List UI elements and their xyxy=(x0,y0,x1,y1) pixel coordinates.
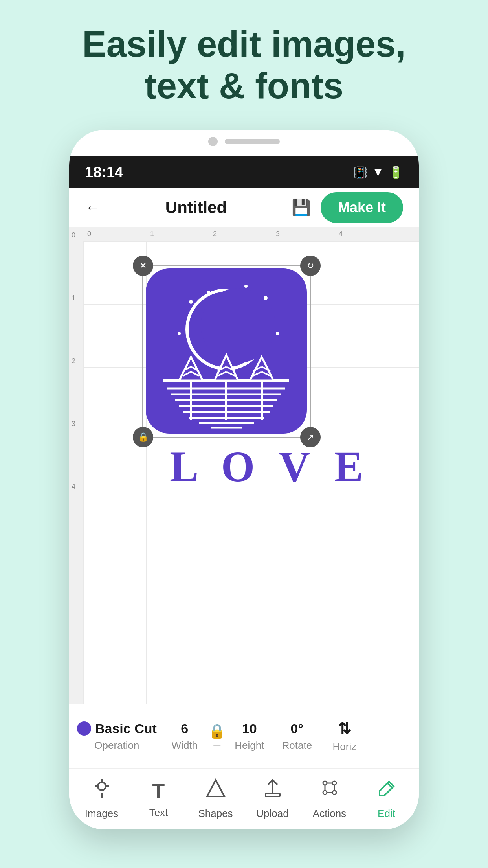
ruler-mark-v1: 1 xyxy=(72,294,75,302)
nav-text[interactable]: T Text xyxy=(137,779,180,819)
svg-point-36 xyxy=(98,782,106,790)
phone-top-bar xyxy=(208,137,280,146)
ruler-horizontal: 0 1 2 3 4 xyxy=(83,227,419,241)
nav-upload[interactable]: Upload xyxy=(251,778,294,820)
svg-point-5 xyxy=(178,332,181,335)
rotate-item: 0° Rotate xyxy=(277,721,317,752)
nav-edit[interactable]: Edit xyxy=(365,778,408,820)
save-icon[interactable]: 💾 xyxy=(292,198,311,217)
svg-marker-41 xyxy=(207,780,224,796)
height-label: Height xyxy=(235,739,264,752)
svg-point-44 xyxy=(332,781,336,785)
horiz-item: ⇅ Horiz xyxy=(325,719,364,753)
width-value: 6 xyxy=(181,721,188,736)
svg-point-43 xyxy=(323,781,327,785)
edit-label: Edit xyxy=(378,807,395,820)
width-label: Width xyxy=(172,739,198,752)
upload-label: Upload xyxy=(256,807,288,820)
svg-point-46 xyxy=(332,791,336,794)
text-icon: T xyxy=(152,779,165,803)
ruler-mark-1: 1 xyxy=(150,230,154,238)
header-line2: text & fonts xyxy=(145,66,343,106)
phone-wrapper: 18:14 📳 ▼ 🔋 ← Untitled 💾 Make It 0 1 2 xyxy=(69,130,419,829)
wifi-icon: ▼ xyxy=(372,166,384,179)
divider-1 xyxy=(161,721,161,752)
phone-outer: 18:14 📳 ▼ 🔋 ← Untitled 💾 Make It 0 1 2 xyxy=(69,130,419,829)
header-text: Easily edit images, text & fonts xyxy=(0,24,488,107)
rotate-label: Rotate xyxy=(282,739,312,752)
actions-icon xyxy=(319,778,340,804)
svg-point-7 xyxy=(207,291,210,294)
ruler-mark-2: 2 xyxy=(213,230,217,238)
ruler-mark-v0: 0 xyxy=(72,231,75,239)
ruler-vertical: 0 1 2 3 4 xyxy=(69,227,83,704)
love-text[interactable]: L O V E xyxy=(170,442,370,492)
operation-value: Basic Cut xyxy=(95,721,157,736)
back-button[interactable]: ← xyxy=(85,199,101,216)
divider-2 xyxy=(273,721,273,752)
height-item: 10 Height xyxy=(230,721,269,752)
svg-point-3 xyxy=(189,300,193,304)
artwork-image[interactable] xyxy=(144,267,309,436)
svg-point-4 xyxy=(264,296,268,300)
ruler-mark-v4: 4 xyxy=(72,483,75,491)
svg-point-45 xyxy=(323,791,327,794)
horiz-label: Horiz xyxy=(332,741,356,753)
shapes-label: Shapes xyxy=(198,807,233,820)
upload-icon xyxy=(262,778,283,804)
status-icons: 📳 ▼ 🔋 xyxy=(353,166,403,179)
images-icon xyxy=(92,778,112,804)
text-label: Text xyxy=(149,807,168,819)
svg-point-8 xyxy=(244,285,248,288)
ruler-mark-v2: 2 xyxy=(72,357,75,365)
rotate-value: 0° xyxy=(291,721,304,736)
ruler-mark-0: 0 xyxy=(87,230,91,238)
operation-item: Basic Cut Operation xyxy=(77,721,157,752)
app-header: ← Untitled 💾 Make It xyxy=(69,188,419,227)
properties-bar: Basic Cut Operation 6 Width 🔒 — 10 Heigh… xyxy=(69,704,419,768)
svg-rect-42 xyxy=(266,793,280,796)
phone-speaker xyxy=(225,139,280,144)
status-bar: 18:14 📳 ▼ 🔋 xyxy=(69,156,419,188)
vibrate-icon: 📳 xyxy=(353,166,367,179)
header-line1: Easily edit images, xyxy=(82,24,405,64)
ruler-mark-3: 3 xyxy=(276,230,280,238)
header-actions: 💾 Make It xyxy=(292,192,403,223)
lock-prop-icon[interactable]: 🔒 xyxy=(208,723,226,739)
width-item: 6 Width xyxy=(165,721,204,752)
height-value: 10 xyxy=(242,721,257,736)
battery-icon: 🔋 xyxy=(389,166,403,179)
ruler-mark-4: 4 xyxy=(339,230,343,238)
edit-icon xyxy=(376,778,397,804)
phone-camera xyxy=(208,137,218,146)
bottom-nav: Images T Text Shapes xyxy=(69,768,419,829)
canvas-area: 0 1 2 3 4 0 1 2 3 4 ✕ ↻ 🔒 ↗ xyxy=(69,227,419,704)
canvas-grid: ✕ ↻ 🔒 ↗ xyxy=(83,241,419,704)
nav-shapes[interactable]: Shapes xyxy=(194,778,237,820)
actions-label: Actions xyxy=(313,807,346,820)
app-title: Untitled xyxy=(165,198,227,217)
nav-actions[interactable]: Actions xyxy=(308,778,351,820)
shapes-icon xyxy=(205,778,226,804)
images-label: Images xyxy=(85,807,118,820)
divider-3 xyxy=(321,721,321,752)
horiz-value: ⇅ xyxy=(338,719,351,737)
make-it-button[interactable]: Make It xyxy=(321,192,403,223)
ruler-mark-v3: 3 xyxy=(72,420,75,428)
operation-color xyxy=(77,721,91,736)
status-time: 18:14 xyxy=(85,164,123,181)
nav-images[interactable]: Images xyxy=(80,778,123,820)
svg-point-6 xyxy=(276,332,279,335)
operation-label: Operation xyxy=(94,739,139,752)
